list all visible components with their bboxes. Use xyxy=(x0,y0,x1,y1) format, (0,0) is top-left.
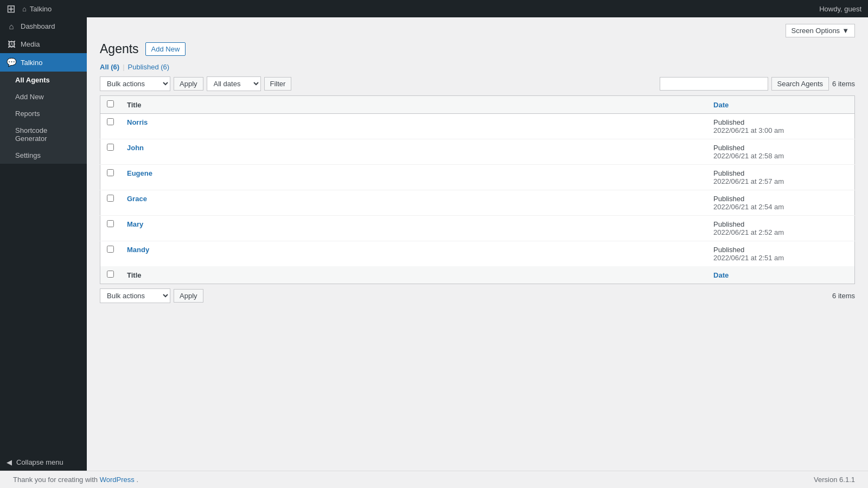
agent-name-link[interactable]: Grace xyxy=(127,195,147,203)
home-icon: ⌂ xyxy=(22,5,27,13)
sidebar-item-shortcode-generator[interactable]: Shortcode Generator xyxy=(0,122,87,147)
screen-options-button[interactable]: Screen Options ▼ xyxy=(786,24,855,37)
top-toolbar: Bulk actions Apply All dates Filter Sear… xyxy=(100,76,855,91)
chevron-down-icon: ▼ xyxy=(842,27,849,35)
filter-all-link[interactable]: All (6) xyxy=(100,63,119,71)
version-text: Version 6.1.1 xyxy=(814,476,855,484)
row-title-cell: Mary xyxy=(120,216,707,241)
select-all-checkbox-bottom[interactable] xyxy=(107,271,114,278)
wp-logo-icon: ⊞ xyxy=(7,2,16,15)
agents-table: Title Date Norris Published 2022/06/21 a… xyxy=(100,95,855,284)
row-title-cell: John xyxy=(120,139,707,165)
row-checkbox-cell xyxy=(100,241,121,267)
table-row: Norris Published 2022/06/21 at 3:00 am xyxy=(100,114,855,139)
row-checkbox-cell xyxy=(100,165,121,190)
published-status: Published xyxy=(713,169,744,177)
sidebar-item-dashboard[interactable]: ⌂ Dashboard xyxy=(0,17,87,35)
col-title-footer: Title xyxy=(120,266,707,284)
media-icon: 🖼 xyxy=(7,40,16,49)
row-title-cell: Norris xyxy=(120,114,707,139)
row-date-cell: Published 2022/06/21 at 2:54 am xyxy=(707,190,854,216)
row-title-cell: Eugene xyxy=(120,165,707,190)
apply-button-bottom[interactable]: Apply xyxy=(174,289,203,303)
agent-name-link[interactable]: Mary xyxy=(127,220,143,228)
sidebar-item-talkino[interactable]: 💬 Talkino xyxy=(0,53,87,72)
items-count-bottom: 6 items xyxy=(832,292,855,300)
footer: Thank you for creating with WordPress . … xyxy=(0,471,868,488)
layout: ⌂ Dashboard 🖼 Media 💬 Talkino All Agents… xyxy=(0,17,868,471)
wordpress-link[interactable]: WordPress xyxy=(100,476,135,484)
row-title-cell: Grace xyxy=(120,190,707,216)
date-value: 2022/06/21 at 2:51 am xyxy=(713,254,784,262)
row-title-cell: Mandy xyxy=(120,241,707,267)
sidebar-bottom: ◀ Collapse menu xyxy=(0,454,87,471)
row-date-cell: Published 2022/06/21 at 3:00 am xyxy=(707,114,854,139)
sidebar-item-all-agents[interactable]: All Agents xyxy=(0,72,87,88)
row-checkbox-cell xyxy=(100,216,121,241)
row-checkbox-cell xyxy=(100,190,121,216)
published-status: Published xyxy=(713,246,744,254)
agent-name-link[interactable]: Mandy xyxy=(127,246,149,254)
published-status: Published xyxy=(713,195,744,203)
sidebar-item-reports[interactable]: Reports xyxy=(0,105,87,122)
row-checkbox-0[interactable] xyxy=(107,118,114,125)
col-date-header: Date xyxy=(707,96,854,114)
select-all-checkbox[interactable] xyxy=(107,100,114,107)
page-title: Agents xyxy=(100,42,139,56)
agent-name-link[interactable]: Norris xyxy=(127,118,148,126)
main-content: Screen Options ▼ Agents Add New All (6) … xyxy=(87,17,868,471)
table-row: John Published 2022/06/21 at 2:58 am xyxy=(100,139,855,165)
published-status: Published xyxy=(713,220,744,228)
add-new-button[interactable]: Add New xyxy=(145,42,186,56)
site-name[interactable]: ⌂ Talkino xyxy=(22,5,52,13)
table-row: Eugene Published 2022/06/21 at 2:57 am xyxy=(100,165,855,190)
row-checkbox-2[interactable] xyxy=(107,169,114,176)
row-checkbox-5[interactable] xyxy=(107,246,114,253)
footer-text: Thank you for creating with WordPress . xyxy=(13,476,138,484)
search-input[interactable] xyxy=(660,77,768,91)
sidebar: ⌂ Dashboard 🖼 Media 💬 Talkino All Agents… xyxy=(0,17,87,471)
table-header-row: Title Date xyxy=(100,96,855,114)
filter-button[interactable]: Filter xyxy=(264,77,292,91)
row-date-cell: Published 2022/06/21 at 2:51 am xyxy=(707,241,854,267)
filter-links: All (6) | Published (6) xyxy=(100,63,855,71)
collapse-menu-button[interactable]: ◀ Collapse menu xyxy=(0,454,87,471)
col-date-footer: Date xyxy=(707,266,854,284)
talkino-icon: 💬 xyxy=(7,57,16,67)
row-checkbox-cell xyxy=(100,114,121,139)
agent-name-link[interactable]: Eugene xyxy=(127,169,152,177)
bulk-actions-select-bottom[interactable]: Bulk actions xyxy=(100,288,170,303)
items-count-top: 6 items xyxy=(832,80,855,88)
filter-published-link[interactable]: Published (6) xyxy=(128,63,170,71)
table-row: Grace Published 2022/06/21 at 2:54 am xyxy=(100,190,855,216)
agent-name-link[interactable]: John xyxy=(127,144,144,152)
search-agents-button[interactable]: Search Agents xyxy=(771,77,829,91)
greeting: Howdy, guest xyxy=(819,5,861,13)
sidebar-item-add-new[interactable]: Add New xyxy=(0,88,87,105)
table-footer-row: Title Date xyxy=(100,266,855,284)
row-date-cell: Published 2022/06/21 at 2:57 am xyxy=(707,165,854,190)
sidebar-item-settings[interactable]: Settings xyxy=(0,147,87,164)
published-status: Published xyxy=(713,118,744,126)
row-checkbox-cell xyxy=(100,139,121,165)
row-checkbox-4[interactable] xyxy=(107,220,114,227)
row-checkbox-3[interactable] xyxy=(107,195,114,202)
toolbar-right: Search Agents 6 items xyxy=(660,77,855,91)
bottom-toolbar: Bulk actions Apply 6 items xyxy=(100,288,855,303)
row-date-cell: Published 2022/06/21 at 2:58 am xyxy=(707,139,854,165)
row-checkbox-1[interactable] xyxy=(107,144,114,151)
select-all-header xyxy=(100,96,121,114)
filter-separator: | xyxy=(123,63,124,71)
sidebar-submenu: All Agents Add New Reports Shortcode Gen… xyxy=(0,72,87,164)
dashboard-icon: ⌂ xyxy=(7,22,16,31)
apply-button-top[interactable]: Apply xyxy=(174,77,203,91)
bulk-actions-select-top[interactable]: Bulk actions xyxy=(100,76,170,91)
sidebar-item-media[interactable]: 🖼 Media xyxy=(0,35,87,53)
screen-options-bar: Screen Options ▼ xyxy=(100,24,855,37)
published-status: Published xyxy=(713,144,744,152)
top-bar: ⊞ ⌂ Talkino Howdy, guest xyxy=(0,0,868,17)
col-title-header: Title xyxy=(120,96,707,114)
select-all-footer xyxy=(100,266,121,284)
date-value: 2022/06/21 at 2:54 am xyxy=(713,203,784,211)
date-filter-select[interactable]: All dates xyxy=(207,76,261,91)
